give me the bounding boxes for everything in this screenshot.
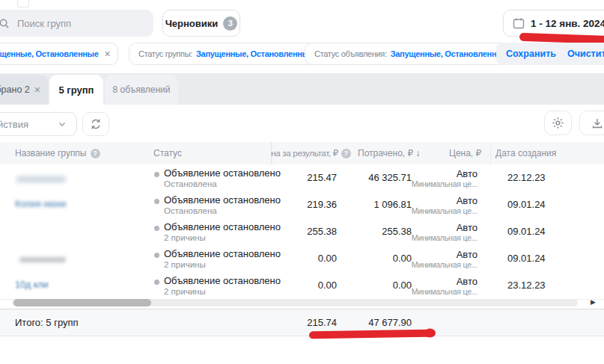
date-range-label: 1 - 12 янв. 2024	[531, 18, 604, 29]
table-row[interactable]: Объявление остановлено 2 причины 0.00 0.…	[0, 245, 604, 273]
status-subtext[interactable]: 2 причины	[164, 260, 206, 269]
created-date: 22.12.23	[507, 164, 546, 191]
filter-chip-statuses[interactable]: Запущенные, Остановленные ×	[0, 43, 118, 65]
filter-chip-group-status[interactable]: Статус группы: Запущенные, Остановленные…	[129, 43, 333, 65]
totals-label: Итого: 5 групп	[15, 309, 79, 336]
totals-row: Итого: 5 групп 215.74 47 677.90	[0, 309, 604, 336]
search-input[interactable]	[16, 17, 131, 30]
refresh-icon	[90, 118, 102, 130]
help-icon[interactable]: ?	[341, 149, 351, 158]
table-row[interactable]: 10д кли Объявление остановлено 2 причины…	[0, 272, 604, 300]
price-subtext: Минимальная це...	[388, 206, 478, 215]
date-range-picker[interactable]: 1 - 12 янв. 2024	[503, 10, 604, 37]
price-value: Авто	[403, 168, 478, 179]
status-subtext[interactable]: Остановлена	[164, 179, 217, 188]
created-date: 09.01.24	[507, 218, 546, 245]
group-name-redacted[interactable]	[16, 176, 66, 182]
filter-chip-label: Статус группы:	[138, 49, 192, 58]
price-subtext: Минимальная це...	[388, 287, 478, 296]
created-date: 09.01.24	[507, 191, 546, 218]
column-header-price[interactable]: Цена, ₽	[449, 148, 481, 158]
filter-chip-value: Запущенные, Остановленные	[0, 49, 99, 58]
column-header-name[interactable]: Название группы ?	[15, 148, 100, 158]
group-name-link[interactable]: 10д кли	[15, 280, 49, 290]
red-marker-totals-annotation	[309, 330, 433, 339]
price-value: Авто	[403, 249, 478, 260]
filter-chip-value: Запущенные, Остановленные	[196, 49, 314, 58]
created-date: 09.01.24	[507, 245, 546, 272]
clear-filters-button[interactable]: Очистить	[558, 43, 604, 65]
status-dot-icon	[154, 172, 159, 177]
status-dot-icon	[154, 280, 159, 285]
price-subtext: Минимальная це...	[388, 179, 478, 188]
price-value: Авто	[403, 195, 478, 206]
status-subtext[interactable]: 2 причины	[164, 287, 206, 296]
table-header: Название группы ? Статус Цена за результ…	[0, 142, 604, 164]
price-subtext: Минимальная це...	[388, 260, 478, 269]
table-row[interactable]: Объявление остановлено 2 причины 255.38 …	[0, 218, 604, 246]
filter-chip-ad-status[interactable]: Статус объявления: Запущенные, Остановле…	[305, 43, 528, 65]
top-remnant	[17, 0, 29, 7]
calendar-icon	[513, 17, 525, 29]
table-settings-button[interactable]	[544, 111, 572, 135]
search-group-field[interactable]	[0, 10, 153, 37]
drafts-label: Черновики	[165, 18, 219, 29]
group-name-link[interactable]: Копия июни	[15, 199, 66, 209]
tab-ads[interactable]: 8 объявлений	[105, 75, 178, 105]
price-value: Авто	[403, 276, 478, 287]
column-header-status[interactable]: Статус	[153, 148, 182, 158]
scroll-right-icon[interactable]: ▶	[591, 298, 596, 306]
ads-manager-page: Черновики 3 1 - 12 янв. 2024 Запущенные,…	[0, 0, 604, 364]
table-row[interactable]: Копия июни Объявление остановлено Остано…	[0, 191, 604, 219]
download-icon	[591, 117, 603, 129]
save-filters-button[interactable]: Сохранить	[496, 43, 566, 65]
table-row[interactable]: Объявление остановлено Остановлена 215.4…	[0, 164, 604, 192]
horizontal-scrollbar-thumb[interactable]	[13, 299, 151, 306]
status-dot-icon	[154, 253, 159, 258]
close-icon[interactable]: ×	[105, 48, 111, 60]
status-subtext[interactable]: Остановлена	[164, 206, 217, 215]
drafts-button[interactable]: Черновики 3	[162, 10, 240, 37]
column-header-spent[interactable]: Потрачено, ₽ ↓	[358, 148, 421, 158]
close-icon[interactable]: ×	[34, 84, 40, 96]
actions-label: Действия	[0, 119, 28, 130]
tab-groups[interactable]: 5 групп	[49, 75, 103, 105]
gear-icon	[552, 117, 564, 129]
price-value: Авто	[403, 222, 478, 233]
refresh-button[interactable]	[82, 112, 109, 136]
status-subtext[interactable]: 2 причины	[164, 233, 206, 242]
status-dot-icon	[154, 199, 159, 204]
price-subtext: Минимальная це...	[388, 233, 478, 242]
sort-desc-icon: ↓	[416, 148, 421, 158]
tab-selected-count[interactable]: Выбрано 2 ×	[0, 75, 48, 105]
filter-chip-label: Статус объявления:	[314, 49, 387, 58]
tab-selected-label: Выбрано 2	[0, 84, 30, 95]
filter-chip-value: Запущенные, Остановленные	[391, 49, 508, 58]
created-date: 23.12.23	[507, 272, 546, 299]
group-name-redacted[interactable]	[19, 257, 66, 262]
drafts-count-badge: 3	[223, 16, 237, 31]
help-icon[interactable]: ?	[91, 149, 100, 158]
export-button[interactable]	[579, 111, 604, 135]
column-header-cpr[interactable]: Цена за результат, ₽ ?	[271, 148, 359, 161]
column-header-created[interactable]: Дата создания	[495, 148, 556, 158]
status-dot-icon	[154, 226, 159, 231]
chevron-down-icon	[57, 119, 67, 129]
actions-dropdown[interactable]: Действия	[0, 112, 77, 136]
search-icon	[0, 18, 10, 29]
